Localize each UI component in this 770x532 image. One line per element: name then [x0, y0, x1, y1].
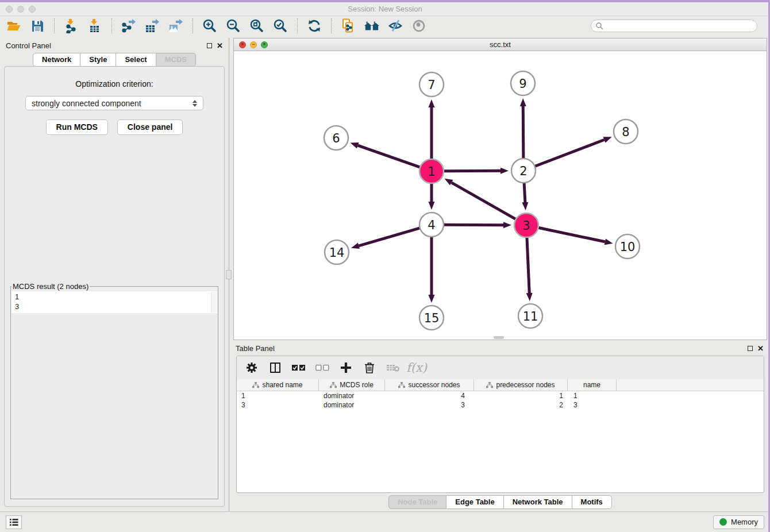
table-cell[interactable]: 4 — [385, 391, 474, 400]
statusbar: Memory — [0, 511, 770, 532]
tab-select[interactable]: Select — [116, 53, 156, 67]
table-cell[interactable]: 3 — [237, 400, 319, 410]
search-input[interactable] — [606, 21, 753, 30]
trash-icon[interactable] — [363, 361, 376, 375]
network-close-button[interactable]: × — [239, 41, 246, 48]
toolbar-separator — [54, 18, 55, 33]
export-table-icon[interactable] — [144, 18, 160, 34]
unchecked-boxes-icon[interactable] — [315, 361, 329, 375]
export-network-icon[interactable] — [121, 18, 137, 34]
menu-list-button[interactable] — [6, 515, 22, 529]
network-zoom-button[interactable]: + — [261, 41, 268, 48]
export-image-icon[interactable] — [168, 18, 184, 34]
edge-2-3[interactable] — [524, 183, 525, 202]
canvas-scroll-thumb[interactable] — [494, 336, 504, 339]
checked-boxes-icon[interactable] — [292, 361, 306, 375]
table-cell[interactable]: 3 — [568, 400, 617, 410]
mcds-result-title: MCDS result (2 nodes) — [11, 282, 90, 291]
zoom-window-button[interactable] — [29, 6, 36, 13]
edge-1-6[interactable] — [358, 145, 420, 167]
network-minimize-button[interactable]: − — [250, 41, 257, 48]
edge-2-8[interactable] — [535, 140, 605, 166]
control-panel-tabs: NetworkStyleSelectMCDS — [0, 53, 229, 67]
criterion-select[interactable]: strongly connected component — [25, 96, 203, 110]
column-header-MCDS-role[interactable]: MCDS role — [319, 379, 385, 391]
column-header-successor-nodes[interactable]: successor nodes — [385, 379, 474, 391]
tab-mcds[interactable]: MCDS — [156, 53, 196, 67]
run-mcds-button[interactable]: Run MCDS — [46, 119, 108, 135]
network-window-title: scc.txt — [234, 40, 767, 49]
table-cell[interactable]: 1 — [474, 391, 568, 400]
column-header-predecessor-nodes[interactable]: predecessor nodes — [474, 379, 568, 391]
table-cell[interactable]: dominator — [319, 391, 385, 400]
mcds-panel: Optimization criterion: strongly connect… — [4, 66, 225, 507]
eye-icon[interactable] — [411, 18, 427, 34]
close-panel-icon[interactable]: ✕ — [217, 42, 223, 49]
network-canvas[interactable]: 7968124314101511 — [234, 51, 767, 340]
minimize-window-button[interactable] — [17, 6, 24, 13]
result-scrollbar[interactable] — [211, 292, 217, 313]
node-label: 4 — [428, 218, 435, 232]
tab-network-table[interactable]: Network Table — [504, 495, 572, 509]
zoom-out-icon[interactable] — [225, 18, 241, 34]
edge-3-1[interactable] — [452, 183, 516, 219]
table-cell[interactable]: 3 — [385, 400, 474, 410]
edge-4-3[interactable] — [444, 225, 503, 225]
plus-icon[interactable] — [339, 361, 353, 375]
gear-icon[interactable] — [245, 361, 259, 375]
edge-2-9[interactable] — [523, 106, 523, 159]
tab-motifs[interactable]: Motifs — [572, 495, 612, 509]
import-network-icon[interactable] — [63, 18, 79, 34]
table-cell[interactable]: 2 — [474, 400, 568, 410]
tab-network[interactable]: Network — [33, 53, 80, 67]
folder-open-icon[interactable] — [6, 18, 22, 34]
clone-network-icon[interactable] — [340, 18, 356, 34]
close-window-button[interactable] — [6, 6, 13, 13]
refresh-icon[interactable] — [306, 18, 322, 34]
memory-label: Memory — [731, 518, 758, 526]
table-cell[interactable]: dominator — [319, 400, 385, 410]
show-graphics-icon[interactable] — [387, 18, 403, 34]
column-header-name[interactable]: name — [568, 379, 617, 391]
arrowhead-icon — [351, 142, 359, 148]
save-icon[interactable] — [29, 18, 45, 34]
search-field[interactable] — [591, 20, 757, 32]
column-header-shared-name[interactable]: shared name — [237, 379, 319, 391]
edge-3-10[interactable] — [538, 228, 605, 241]
mcds-result-text[interactable]: 13 — [11, 291, 217, 313]
table-row[interactable]: 1dominator411 — [237, 391, 764, 400]
arrowhead-icon — [351, 243, 360, 249]
table-tabs: Node TableEdge TableNetwork TableMotifs — [233, 493, 767, 511]
toolbar-separator — [331, 18, 332, 33]
zoom-fit-icon[interactable] — [249, 18, 265, 34]
node-label: 14 — [329, 246, 345, 260]
memory-status-icon — [719, 518, 727, 526]
memory-button[interactable]: Memory — [713, 515, 764, 529]
table-cell[interactable]: 1 — [568, 391, 617, 400]
close-table-panel-icon[interactable]: ✕ — [757, 345, 764, 352]
zoom-selected-icon[interactable] — [272, 18, 288, 34]
tab-style[interactable]: Style — [80, 53, 116, 67]
home-icon[interactable] — [364, 18, 380, 34]
zoom-in-icon[interactable] — [202, 18, 218, 34]
traffic-lights — [6, 6, 36, 13]
float-table-panel-icon[interactable] — [748, 346, 753, 351]
edge-3-11[interactable] — [527, 237, 529, 293]
arrowhead-icon — [605, 238, 613, 245]
table-cell[interactable]: 1 — [237, 391, 319, 400]
function-icon[interactable]: f(x) — [410, 361, 424, 375]
float-panel-icon[interactable] — [207, 43, 212, 48]
search-icon — [595, 22, 603, 30]
edge-1-2[interactable] — [444, 171, 500, 171]
table-row[interactable]: 3dominator323 — [237, 400, 764, 410]
edge-4-14[interactable] — [359, 228, 419, 246]
tab-edge-table[interactable]: Edge Table — [446, 495, 503, 509]
arrowhead-icon — [520, 98, 526, 106]
delete-table-icon[interactable] — [386, 361, 400, 375]
table-panel: Table Panel ✕ — [233, 341, 767, 511]
close-panel-button[interactable]: Close panel — [117, 119, 183, 135]
columns-icon[interactable] — [268, 361, 282, 375]
tab-node-table[interactable]: Node Table — [388, 495, 446, 509]
import-table-icon[interactable] — [87, 18, 103, 34]
panel-divider-grip[interactable] — [226, 270, 232, 279]
